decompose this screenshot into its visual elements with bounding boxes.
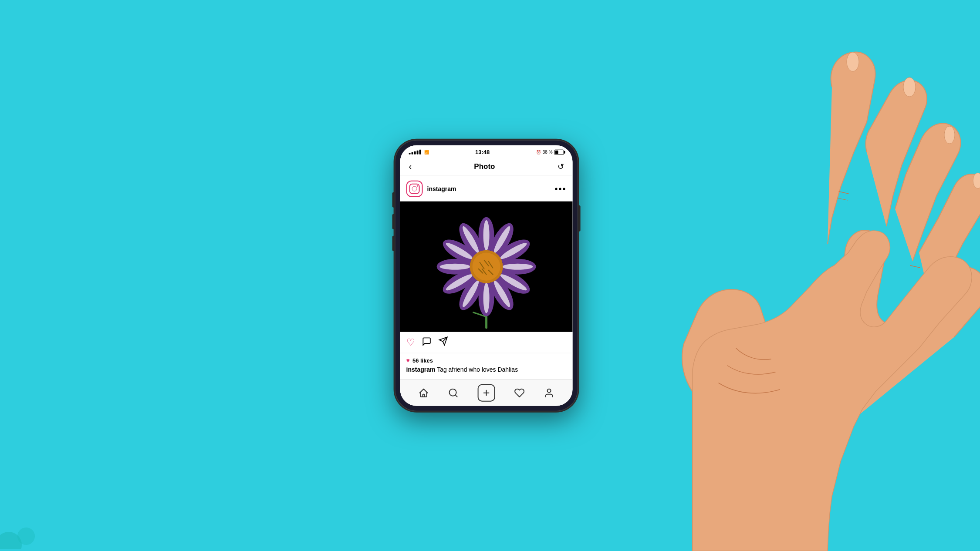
likes-count: 56 likes [412, 357, 433, 363]
svg-point-29 [473, 253, 500, 281]
bg-decor-left [0, 484, 87, 551]
post-actions: ♡ [400, 332, 573, 353]
refresh-button[interactable]: ↺ [558, 161, 564, 171]
status-right: ⏰ 38 % [536, 149, 564, 155]
share-button[interactable] [439, 336, 448, 349]
battery-percent: 38 % [543, 150, 553, 155]
svg-point-1 [17, 527, 35, 545]
battery-icon [554, 149, 564, 155]
caption-row: instagram Tag afriend who loves Dahlias [406, 366, 567, 374]
post-user[interactable]: instagram [406, 181, 456, 197]
post-username: instagram [427, 185, 456, 192]
add-nav-button[interactable] [478, 384, 495, 401]
nav-bar: ‹ Photo ↺ [400, 157, 573, 176]
caption-username: instagram [406, 366, 436, 373]
profile-nav-button[interactable] [544, 387, 554, 398]
svg-point-25 [440, 264, 470, 270]
post-header: instagram ••• [400, 176, 573, 202]
avatar [406, 181, 423, 197]
svg-point-19 [503, 264, 533, 270]
avatar-inner [409, 184, 420, 194]
svg-point-42 [547, 389, 551, 392]
post-more-button[interactable]: ••• [555, 184, 567, 194]
comment-button[interactable] [422, 336, 432, 348]
wifi-icon: 📶 [424, 150, 429, 154]
status-time: 13:48 [475, 149, 490, 155]
status-left: 📶 [409, 150, 429, 155]
page-title: Photo [474, 162, 495, 171]
post-image [400, 202, 573, 332]
svg-line-39 [455, 395, 457, 396]
bottom-nav [400, 379, 573, 406]
svg-point-22 [483, 283, 490, 313]
signal-dots [409, 150, 421, 155]
search-nav-button[interactable] [448, 387, 459, 398]
back-button[interactable]: ‹ [409, 161, 412, 171]
home-nav-button[interactable] [419, 387, 429, 398]
alarm-icon: ⏰ [536, 150, 541, 154]
phone: 📶 13:48 ⏰ 38 % ‹ Photo ↺ [395, 140, 578, 411]
svg-point-16 [483, 220, 490, 251]
status-bar: 📶 13:48 ⏰ 38 % [400, 145, 573, 157]
caption-text: Tag afriend who loves Dahlias [436, 366, 518, 373]
likes-heart-icon: ♥ [406, 357, 410, 364]
like-button[interactable]: ♡ [406, 337, 415, 348]
likes-row: ♥ 56 likes [406, 357, 567, 364]
likes-nav-button[interactable] [514, 387, 525, 398]
post-info: ♥ 56 likes instagram Tag afriend who lov… [400, 353, 573, 380]
